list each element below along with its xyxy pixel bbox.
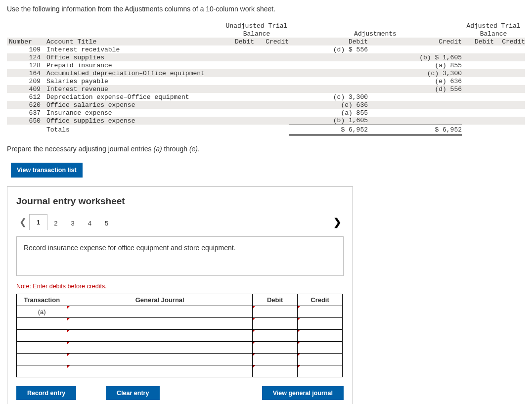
- record-entry-button[interactable]: Record entry: [16, 386, 76, 400]
- chevron-right-icon[interactable]: ❯: [331, 215, 344, 229]
- debit-cell[interactable]: [253, 353, 298, 365]
- ws-number: 124: [7, 53, 46, 61]
- utb-sub: Balance: [224, 30, 289, 38]
- credit-cell[interactable]: [298, 317, 343, 329]
- ws-adj-credit: [368, 101, 462, 109]
- ws-adj-debit: (c) 3,300: [289, 93, 368, 101]
- ws-title: Office salaries expense: [46, 101, 224, 109]
- credit-cell[interactable]: [298, 306, 343, 317]
- col-transaction: Transaction: [17, 294, 67, 306]
- trans-cell: [17, 341, 67, 353]
- gj-cell[interactable]: [67, 341, 253, 353]
- ws-number: 164: [7, 69, 46, 77]
- transaction-description: Record insurance expense for office equi…: [16, 236, 344, 276]
- view-transaction-list-button[interactable]: View transaction list: [11, 163, 83, 178]
- totals-label: Totals: [46, 125, 224, 135]
- ws-number: 620: [7, 101, 46, 109]
- ws-adj-debit: (b) 1,605: [289, 117, 368, 125]
- gj-cell[interactable]: [67, 365, 253, 377]
- clear-entry-button[interactable]: Clear entry: [106, 386, 160, 400]
- note-text: Note: Enter debits before credits.: [16, 283, 344, 290]
- hdr-number: Number: [7, 38, 46, 45]
- tab-5[interactable]: 5: [98, 217, 115, 230]
- ws-adj-debit: (a) 855: [289, 109, 368, 117]
- debit-cell[interactable]: [253, 365, 298, 377]
- ws-title: Insurance expense: [46, 109, 224, 117]
- ws-adj-credit: (c) 3,300: [368, 69, 462, 77]
- trans-cell: [17, 329, 67, 341]
- debit-cell[interactable]: [253, 317, 298, 329]
- instructions-2: Prepare the necessary adjusting journal …: [7, 145, 525, 153]
- ws-adj-credit: (e) 636: [368, 77, 462, 85]
- ws-number: 209: [7, 77, 46, 85]
- ws-adj-credit: (d) 556: [368, 85, 462, 93]
- tab-row: ❮ 1 2 3 4 5 ❯: [16, 214, 344, 229]
- ws-number: 409: [7, 85, 46, 93]
- hdr-atb-debit: Debit: [462, 38, 494, 45]
- ws-adj-debit: [289, 53, 368, 61]
- ws-adj-credit: [368, 109, 462, 117]
- col-general-journal: General Journal: [67, 294, 253, 306]
- totals-adj-debit: $ 6,952: [289, 125, 368, 135]
- ws-number: 109: [7, 45, 46, 53]
- debit-cell[interactable]: [253, 329, 298, 341]
- journal-entry-panel: Journal entry worksheet ❮ 1 2 3 4 5 ❯ Re…: [7, 186, 353, 404]
- ws-title: Interest revenue: [46, 85, 224, 93]
- ws-title: Prepaid insurance: [46, 61, 224, 69]
- gj-cell[interactable]: [67, 306, 253, 317]
- gj-cell[interactable]: [67, 317, 253, 329]
- tab-3[interactable]: 3: [64, 217, 81, 230]
- view-general-journal-button[interactable]: View general journal: [262, 386, 344, 400]
- ws-title: Depreciation expense–Office equipment: [46, 93, 224, 101]
- ws-adj-credit: [368, 45, 462, 53]
- credit-cell[interactable]: [298, 353, 343, 365]
- tab-4[interactable]: 4: [81, 217, 98, 230]
- ws-number: 128: [7, 61, 46, 69]
- atb-sub: Balance: [462, 30, 525, 38]
- chevron-left-icon[interactable]: ❮: [16, 215, 29, 229]
- ws-title: Office supplies expense: [46, 117, 224, 125]
- ws-adj-debit: [289, 85, 368, 93]
- gj-cell[interactable]: [67, 353, 253, 365]
- trans-cell: [17, 365, 67, 377]
- ws-adj-debit: (e) 636: [289, 101, 368, 109]
- tab-1[interactable]: 1: [29, 214, 47, 230]
- hdr-utb-credit: Credit: [254, 38, 289, 45]
- ws-adj-debit: (d) $ 556: [289, 45, 368, 53]
- ws-adj-credit: [368, 117, 462, 125]
- worksheet-table: Unadjusted Trial Adjusted Trial Balance …: [7, 22, 525, 136]
- debit-cell[interactable]: [253, 341, 298, 353]
- atb-title: Adjusted Trial: [462, 22, 525, 30]
- journal-entry-table: Transaction General Journal Debit Credit…: [16, 294, 343, 377]
- tab-2[interactable]: 2: [47, 217, 64, 230]
- credit-cell[interactable]: [298, 365, 343, 377]
- instructions: Use the following information from the A…: [7, 5, 525, 13]
- ws-adj-credit: [368, 93, 462, 101]
- utb-title: Unadjusted Trial: [224, 22, 289, 30]
- credit-cell[interactable]: [298, 329, 343, 341]
- trans-cell: [17, 353, 67, 365]
- debit-cell[interactable]: [253, 306, 298, 317]
- col-debit: Debit: [253, 294, 298, 306]
- gj-cell[interactable]: [67, 329, 253, 341]
- je-title: Journal entry worksheet: [16, 196, 344, 207]
- hdr-utb-debit: Debit: [224, 38, 254, 45]
- hdr-account: Account Title: [46, 38, 224, 45]
- ws-number: 612: [7, 93, 46, 101]
- ws-title: Interest receivable: [46, 45, 224, 53]
- ws-title: Office supplies: [46, 53, 224, 61]
- hdr-adj-credit: Credit: [368, 38, 462, 45]
- totals-adj-credit: $ 6,952: [368, 125, 462, 135]
- ws-adj-debit: [289, 69, 368, 77]
- ws-adj-debit: [289, 61, 368, 69]
- ws-adj-credit: (b) $ 1,605: [368, 53, 462, 61]
- trans-cell: [17, 317, 67, 329]
- col-credit: Credit: [298, 294, 343, 306]
- credit-cell[interactable]: [298, 341, 343, 353]
- hdr-atb-credit: Credit: [494, 38, 525, 45]
- trans-cell: (a): [17, 306, 67, 317]
- ws-number: 637: [7, 109, 46, 117]
- ws-adj-debit: [289, 77, 368, 85]
- adj-title: Adjustments: [289, 30, 462, 38]
- ws-adj-credit: (a) 855: [368, 61, 462, 69]
